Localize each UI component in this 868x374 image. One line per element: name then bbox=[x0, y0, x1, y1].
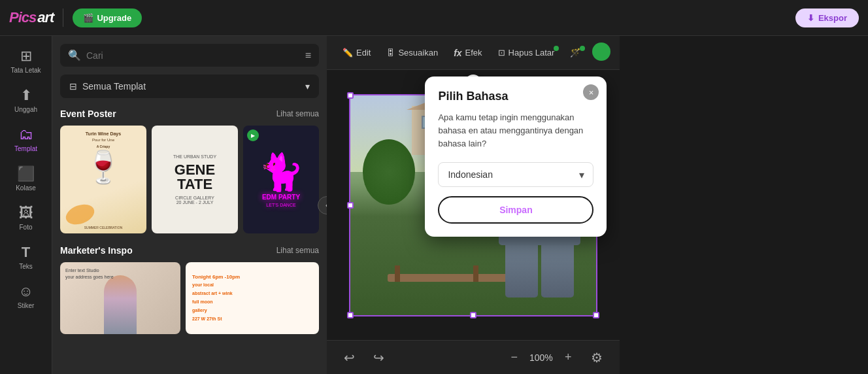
zoom-controls: − 100% + bbox=[505, 348, 576, 367]
collage-icon: ⬛ bbox=[17, 165, 35, 182]
download-icon: ⬇ bbox=[807, 13, 814, 23]
sidebar-item-teks[interactable]: T Teks bbox=[0, 237, 52, 277]
undo-button[interactable]: ↩ bbox=[340, 346, 359, 369]
sticker-icon: ☺ bbox=[18, 283, 33, 300]
export-button[interactable]: ⬇ Ekspor bbox=[795, 8, 859, 27]
hapus-badge bbox=[554, 46, 559, 51]
marketers-title: Marketer's Inspo bbox=[60, 245, 133, 256]
left-sidebar: ⊞ Tata Letak ⬆ Unggah 🗂 Templat ⬛ Kolase… bbox=[0, 36, 52, 374]
upgrade-button[interactable]: 🎬 Upgrade bbox=[73, 8, 142, 27]
modal-close-button[interactable]: × bbox=[583, 84, 599, 100]
edm-text: EDM PARTYLET'S DANCE bbox=[262, 194, 300, 208]
wine-text: Turin Wine DaysPour for UneA Crispy bbox=[86, 131, 121, 149]
upgrade-icon: 🎬 bbox=[83, 13, 93, 23]
sidebar-item-kolase[interactable]: ⬛ Kolase bbox=[0, 159, 52, 198]
wine-bottle-icon: 🍷 bbox=[84, 152, 123, 183]
canvas-area: ↻ bbox=[327, 70, 620, 340]
modal-description: Apa kamu tetap ingin menggunakan bahasa … bbox=[438, 111, 593, 150]
modal-title: Pilih Bahasa bbox=[438, 90, 593, 103]
mkt2-text: Tonight 6pm -10pmyour localabstract art … bbox=[192, 273, 240, 324]
lang-dropdown-wrapper: Indonesian English Spanish French ▾ bbox=[438, 162, 593, 187]
handle-lm[interactable] bbox=[347, 202, 354, 209]
sidebar-item-stiker[interactable]: ☺ Stiker bbox=[0, 277, 52, 316]
search-input[interactable] bbox=[86, 50, 300, 61]
template-card-wine[interactable]: Turin Wine DaysPour for UneA Crispy 🍷 SU… bbox=[60, 126, 146, 233]
language-select[interactable]: Indonesian English Spanish French bbox=[438, 162, 593, 187]
marketers-grid: Enter text Studioyour address goes here … bbox=[60, 262, 319, 334]
wine-bottom-text: SUMMER CELEBRATION bbox=[84, 226, 123, 230]
efek-button[interactable]: fx Efek bbox=[447, 44, 488, 62]
efek-icon: fx bbox=[454, 48, 461, 58]
upload-icon: ⬆ bbox=[20, 87, 32, 104]
main-area: ✏️ Edit 🎛 Sesuaikan fx Efek ⊡ Hapus Lata… bbox=[327, 36, 620, 374]
sesuaikan-button[interactable]: 🎛 Sesuaikan bbox=[380, 44, 444, 61]
more-tools-button[interactable]: 🪄 bbox=[563, 44, 587, 61]
see-all-marketers[interactable]: Lihat semua bbox=[276, 246, 319, 255]
gene-title: GENETATE bbox=[175, 163, 215, 192]
handle-bl[interactable] bbox=[347, 312, 354, 318]
search-icon: 🔍 bbox=[68, 49, 81, 61]
edm-cat-icon: 🐈 bbox=[259, 151, 304, 194]
layout-icon: ⊞ bbox=[20, 48, 32, 65]
template-card-mkt1[interactable]: Enter text Studioyour address goes here bbox=[60, 262, 180, 334]
event-poster-section: Event Poster Lihat semua Turin Wine Days… bbox=[60, 109, 319, 233]
sidebar-item-foto[interactable]: 🖼 Foto bbox=[0, 198, 52, 237]
settings-button[interactable]: ⚙ bbox=[587, 346, 607, 369]
template-type-icon: ⊟ bbox=[69, 81, 77, 92]
template-dropdown[interactable]: ⊟ Semua Templat ▾ bbox=[60, 75, 319, 98]
template-card-gene[interactable]: THE URBAN STUDY GENETATE CIRCLE GALLERY2… bbox=[152, 126, 238, 233]
text-icon: T bbox=[22, 244, 30, 261]
gene-sub: CIRCLE GALLERY20 JUNE - 2 JULY bbox=[175, 196, 214, 205]
mkt1-person bbox=[104, 275, 137, 334]
template-panel: 🔍 ≡ ⊟ Semua Templat ▾ Event Poster Lihat… bbox=[52, 36, 327, 374]
header-separator bbox=[63, 8, 63, 27]
zoom-plus-button[interactable]: + bbox=[559, 348, 577, 367]
gene-top: THE URBAN STUDY bbox=[173, 154, 216, 159]
bottom-toolbar: ↩ ↪ − 100% + ⚙ bbox=[327, 340, 620, 374]
video-badge: ▶ bbox=[247, 129, 259, 141]
wine-decoration bbox=[63, 201, 97, 228]
hapus-latar-button[interactable]: ⊡ Hapus Latar bbox=[492, 44, 561, 61]
template-card-mkt2[interactable]: Tonight 6pm -10pmyour localabstract art … bbox=[186, 262, 319, 334]
marketers-header: Marketer's Inspo Lihat semua bbox=[60, 245, 319, 256]
search-bar: 🔍 ≡ bbox=[60, 44, 319, 67]
magic-icon: 🪄 bbox=[570, 48, 580, 58]
sesuaikan-icon: 🎛 bbox=[386, 48, 395, 58]
chevron-down-icon: ▾ bbox=[305, 81, 310, 92]
handle-tl[interactable] bbox=[347, 92, 354, 99]
event-poster-grid: Turin Wine DaysPour for UneA Crispy 🍷 SU… bbox=[60, 126, 319, 233]
redo-button[interactable]: ↪ bbox=[369, 346, 388, 369]
template-icon: 🗂 bbox=[19, 126, 33, 143]
photo-icon: 🖼 bbox=[19, 205, 33, 222]
zoom-value: 100% bbox=[528, 352, 554, 363]
section-title: Event Poster bbox=[60, 109, 116, 119]
edit-button[interactable]: ✏️ Edit bbox=[336, 44, 377, 61]
zoom-minus-button[interactable]: − bbox=[505, 348, 523, 367]
handle-bm[interactable] bbox=[470, 312, 476, 318]
see-all-event[interactable]: Lihat semua bbox=[276, 109, 319, 118]
hapus-latar-icon: ⊡ bbox=[498, 48, 505, 58]
top-right-indicator bbox=[592, 42, 610, 63]
sidebar-item-unggah[interactable]: ⬆ Unggah bbox=[0, 80, 52, 120]
picsart-logo: Picsart bbox=[9, 9, 54, 26]
template-card-edm[interactable]: ▶ 🐈 EDM PARTYLET'S DANCE bbox=[243, 126, 319, 233]
save-button[interactable]: Simpan bbox=[438, 196, 593, 224]
top-toolbar: ✏️ Edit 🎛 Sesuaikan fx Efek ⊡ Hapus Lata… bbox=[327, 36, 620, 70]
marketers-inspo-section: Marketer's Inspo Lihat semua Enter text … bbox=[60, 245, 319, 334]
filter-button[interactable]: ≡ bbox=[305, 50, 311, 61]
sidebar-item-templat[interactable]: 🗂 Templat bbox=[0, 120, 52, 159]
more-badge bbox=[580, 46, 585, 51]
edit-icon: ✏️ bbox=[342, 48, 353, 58]
sidebar-item-tata-letak[interactable]: ⊞ Tata Letak bbox=[0, 41, 52, 80]
panel-collapse-button[interactable]: ‹ bbox=[318, 196, 327, 214]
handle-br[interactable] bbox=[593, 312, 599, 318]
section-header: Event Poster Lihat semua bbox=[60, 109, 319, 119]
mkt1-text: Enter text Studioyour address goes here bbox=[65, 267, 114, 280]
language-modal: × Pilih Bahasa Apa kamu tetap ingin meng… bbox=[425, 76, 607, 237]
